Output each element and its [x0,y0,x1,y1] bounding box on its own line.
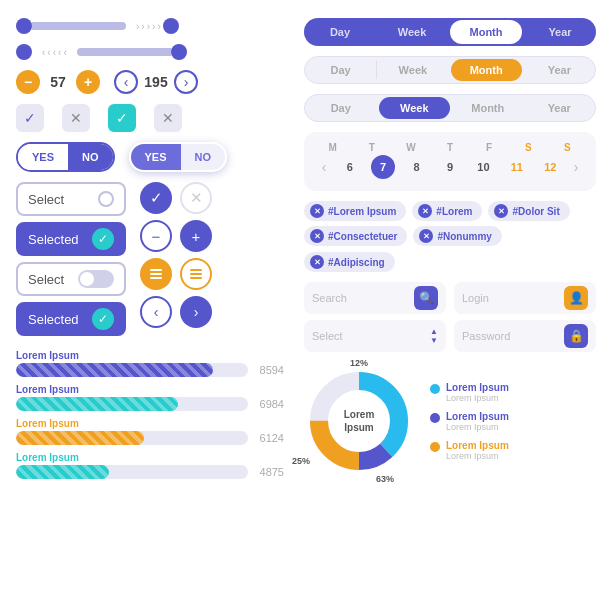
slider-3-handle[interactable] [16,44,32,60]
menu-circle-btn-1[interactable] [140,258,172,290]
login-field[interactable]: Login 👤 [454,282,596,314]
user-icon[interactable]: 👤 [564,286,588,310]
stepper-1-minus[interactable]: − [16,70,40,94]
select-btn-1[interactable]: Select [16,182,126,216]
menu-line-5 [190,273,202,275]
tab-1-day[interactable]: Day [304,18,376,46]
cal-date-9[interactable]: 9 [438,155,462,179]
menu-lines-1 [150,269,162,279]
tab-3-week[interactable]: Week [379,97,451,119]
tag-text-5: #Nonummy [437,231,491,242]
progress-bg-1 [16,363,248,377]
cal-header-s1: S [510,140,547,155]
select-btn-4[interactable]: Selected ✓ [16,302,126,336]
cal-header-m: M [314,140,351,155]
cal-date-10[interactable]: 10 [471,155,495,179]
chevron-right-btn[interactable]: › [180,296,212,328]
legend-item-2: Lorem Ipsum Lorem Ipsum [430,411,509,432]
tag-x-6[interactable]: ✕ [310,255,324,269]
checkbox-4[interactable]: ✕ [154,104,182,132]
legend-dot-2 [430,413,440,423]
slider-3-handle-r[interactable] [171,44,187,60]
plus-circle-btn[interactable]: + [180,220,212,252]
yesno-yes-btn-1[interactable]: YES [18,144,68,170]
yesno-yes-btn-2[interactable]: YES [131,144,181,170]
slider-1-handle[interactable] [16,18,32,34]
tab-1-month[interactable]: Month [450,20,522,44]
tag-nonummy[interactable]: ✕ #Nonummy [413,226,501,246]
tab-2-week[interactable]: Week [377,57,448,83]
progress-item-1: Lorem Ipsum 8594 [16,350,284,377]
search-icon[interactable]: 🔍 [414,286,438,310]
slider-3[interactable] [77,48,187,56]
tab-2-day[interactable]: Day [305,57,376,83]
tag-x-2[interactable]: ✕ [418,204,432,218]
progress-bg-2 [16,397,248,411]
checkbox-2[interactable]: ✕ [62,104,90,132]
password-field[interactable]: Password 🔒 [454,320,596,352]
donut-center-text: LoremIpsum [344,408,375,434]
tag-text-1: #Lorem Ipsum [328,206,396,217]
search-field[interactable]: Search 🔍 [304,282,446,314]
tag-lorem[interactable]: ✕ #Lorem [412,201,482,221]
tag-lorem-ipsum[interactable]: ✕ #Lorem Ipsum [304,201,406,221]
cal-date-6[interactable]: 6 [338,155,362,179]
tag-text-6: #Adipiscing [328,257,385,268]
legend-title-1: Lorem Ipsum [446,382,509,393]
tab-1-year[interactable]: Year [524,18,596,46]
tab-3-day[interactable]: Day [305,95,377,121]
chevron-right-2: › [141,21,144,32]
tag-adipiscing[interactable]: ✕ #Adipiscing [304,252,395,272]
slider-2-handle[interactable] [163,18,179,34]
legend-item-1: Lorem Ipsum Lorem Ipsum [430,382,509,403]
cal-date-12[interactable]: 12 [538,155,562,179]
tab-3-month[interactable]: Month [452,95,524,121]
yesno-toggle-1[interactable]: YES NO [16,142,115,172]
cal-next-btn[interactable]: › [566,159,586,175]
cal-header-s2: S [549,140,586,155]
select-check-4: ✓ [92,308,114,330]
menu-line-3 [150,277,162,279]
select-circle-1 [98,191,114,207]
select-btn-2[interactable]: Selected ✓ [16,222,126,256]
select-btn-3[interactable]: Select [16,262,126,296]
menu-circle-btn-2[interactable] [180,258,212,290]
cal-header-t1: T [353,140,390,155]
tab-3-year[interactable]: Year [524,95,596,121]
tab-1-week[interactable]: Week [376,18,448,46]
tag-x-4[interactable]: ✕ [310,229,324,243]
tab-2-year[interactable]: Year [524,57,595,83]
tag-x-5[interactable]: ✕ [419,229,433,243]
tag-consectetuer[interactable]: ✕ #Consectetuer [304,226,407,246]
check-circle-btn[interactable]: ✓ [140,182,172,214]
cal-prev-btn[interactable]: ‹ [314,159,334,175]
donut-chart: LoremIpsum [304,366,414,476]
yesno-toggle-2[interactable]: YES NO [129,142,228,172]
cal-date-11[interactable]: 11 [505,155,529,179]
tag-dolor-sit[interactable]: ✕ #Dolor Sit [488,201,569,221]
check-item-3: ✓ [108,104,136,132]
cal-date-8[interactable]: 8 [405,155,429,179]
tag-x-1[interactable]: ✕ [310,204,324,218]
x-circle-btn[interactable]: ✕ [180,182,212,214]
select-field[interactable]: Select ▲ ▼ [304,320,446,352]
checkbox-1[interactable]: ✓ [16,104,44,132]
tag-text-4: #Consectetuer [328,231,397,242]
stepper-1-plus[interactable]: + [76,70,100,94]
yesno-no-btn-1[interactable]: NO [68,144,113,170]
select-toggle-3[interactable] [78,270,114,288]
chevron-left-btn[interactable]: ‹ [140,296,172,328]
cal-date-7[interactable]: 7 [371,155,395,179]
checkbox-3[interactable]: ✓ [108,104,136,132]
slider-1[interactable] [16,22,126,30]
tag-x-3[interactable]: ✕ [494,204,508,218]
stepper-2-plus[interactable]: › [174,70,198,94]
main-container: › › › › › ‹ ‹ ‹ ‹ ‹ [0,0,612,612]
minus-circle-btn[interactable]: − [140,220,172,252]
tab-2-month[interactable]: Month [451,59,522,81]
progress-fill-4 [16,465,109,479]
yesno-no-btn-2[interactable]: NO [181,144,226,170]
password-placeholder: Password [462,330,558,342]
stepper-2-minus[interactable]: ‹ [114,70,138,94]
tag-text-3: #Dolor Sit [512,206,559,217]
